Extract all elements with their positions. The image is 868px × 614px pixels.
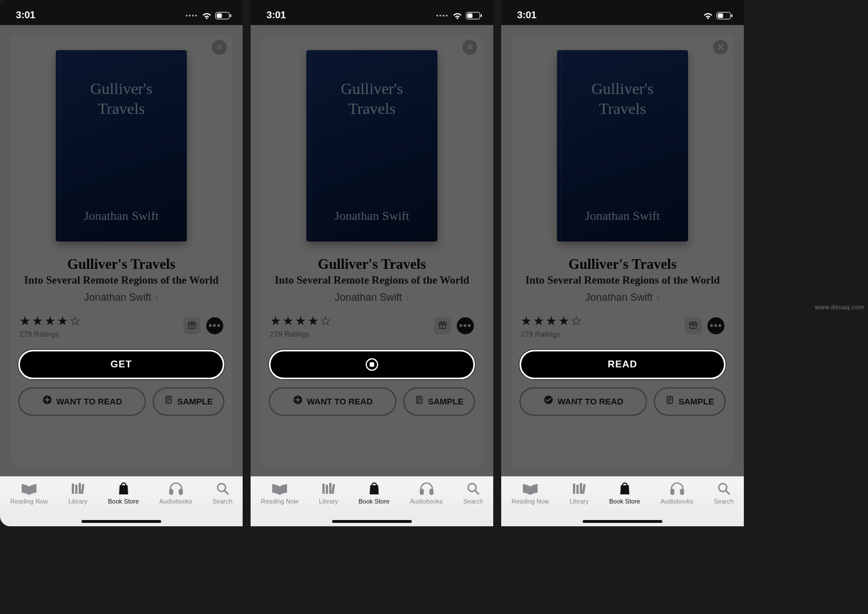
status-bar: 3:01 •••• [0,0,243,25]
reading-now-icon [21,481,38,496]
cellular-icon: •••• [436,13,449,19]
want-to-read-button[interactable]: WANT TO READ [519,387,647,416]
check-circle-icon [543,395,554,408]
svg-line-17 [224,490,228,494]
cover-title-line1: Gulliver's [65,79,178,99]
tab-book-store[interactable]: Book Store [108,481,138,505]
want-to-read-label: WANT TO READ [56,396,122,406]
gift-button[interactable] [685,317,702,334]
svg-rect-19 [468,13,473,18]
more-button[interactable]: ••• [707,317,724,334]
tab-search[interactable]: Search [212,481,232,505]
rating-stars[interactable]: ★★★★☆ [19,314,82,329]
home-indicator[interactable] [81,520,161,523]
svg-rect-1 [217,13,222,18]
tab-library[interactable]: Library [570,481,589,505]
tab-audiobooks[interactable]: Audiobooks [661,481,694,505]
tab-library[interactable]: Library [68,481,88,505]
svg-rect-10 [72,484,74,494]
svg-rect-13 [81,484,84,494]
tab-label: Library [570,498,589,505]
book-detail-card: ✕ Gulliver's Travels Jonathan Swift Gull… [261,34,483,467]
cellular-icon: •••• [186,13,198,19]
battery-icon [716,12,732,19]
book-cover[interactable]: Gulliver's Travels Jonathan Swift [56,50,187,241]
tab-book-store[interactable]: Book Store [609,481,640,505]
gift-icon [187,320,197,332]
tab-bar: Reading Now Library Book Store Audiobook… [501,476,744,526]
cover-title-line2: Travels [65,99,178,118]
author-link[interactable]: Jonathan Swift › [519,292,726,304]
audiobooks-icon [669,481,686,496]
gift-button[interactable] [434,317,451,334]
read-button[interactable]: READ [519,350,726,379]
tab-book-store[interactable]: Book Store [358,481,389,505]
tab-search[interactable]: Search [714,481,734,505]
cover-title-line2: Travels [566,99,679,118]
tab-label: Search [714,498,734,505]
cover-author: Jonathan Swift [566,208,679,224]
read-button-label: READ [608,359,637,370]
more-button[interactable]: ••• [457,317,474,334]
gift-button[interactable] [183,317,200,334]
book-cover[interactable]: Gulliver's Travels Jonathan Swift [557,50,688,241]
rating-stars[interactable]: ★★★★☆ [521,314,583,329]
next-card-peek [235,34,240,467]
author-link[interactable]: Jonathan Swift › [18,292,224,304]
tab-reading-now[interactable]: Reading Now [10,481,48,505]
close-button[interactable]: ✕ [462,40,477,55]
author-link[interactable]: Jonathan Swift › [269,292,475,304]
tab-audiobooks[interactable]: Audiobooks [410,481,443,505]
want-to-read-label: WANT TO READ [558,396,624,406]
cover-title-line2: Travels [316,99,428,118]
status-time: 3:01 [517,10,537,21]
tab-reading-now[interactable]: Reading Now [511,481,549,505]
wifi-icon [703,12,713,19]
home-indicator[interactable] [583,520,662,523]
more-button[interactable]: ••• [206,317,223,334]
book-title: Gulliver's Travels [519,256,726,272]
sample-button[interactable]: SAMPLE [654,387,726,416]
svg-rect-50 [671,489,674,494]
want-to-read-button[interactable]: WANT TO READ [18,387,146,416]
tab-bar: Reading Now Library Book Store Audiobook… [0,476,243,526]
tab-library[interactable]: Library [319,481,338,505]
sample-icon [665,395,674,408]
close-button[interactable]: ✕ [713,40,728,55]
next-card-peek [736,34,742,467]
get-button[interactable]: GET [18,350,224,379]
tab-label: Reading Now [10,498,48,505]
download-progress-button[interactable] [269,350,475,379]
book-cover[interactable]: Gulliver's Travels Jonathan Swift [306,50,437,241]
tab-reading-now[interactable]: Reading Now [261,481,298,505]
sample-button[interactable]: SAMPLE [403,387,475,416]
tab-audiobooks[interactable]: Audiobooks [159,481,193,505]
library-icon [69,481,87,496]
home-indicator[interactable] [332,520,412,523]
svg-rect-2 [230,14,231,17]
book-title: Gulliver's Travels [18,256,224,272]
cover-author: Jonathan Swift [316,208,428,224]
ratings-count: 279 Ratings [270,330,333,338]
tab-bar: Reading Now Library Book Store Audiobook… [251,476,493,526]
tab-label: Reading Now [261,498,298,505]
sample-button[interactable]: SAMPLE [153,387,224,416]
close-button[interactable]: ✕ [212,40,227,55]
search-icon [715,481,732,496]
tab-search[interactable]: Search [463,481,483,505]
ratings-count: 279 Ratings [19,330,82,338]
close-icon: ✕ [466,42,474,52]
svg-rect-32 [420,489,423,494]
search-icon [465,481,482,496]
svg-point-34 [468,484,476,492]
want-to-read-button[interactable]: WANT TO READ [269,387,396,416]
sample-icon [415,395,424,408]
tab-label: Book Store [609,498,640,505]
svg-rect-48 [580,483,582,494]
rating-stars[interactable]: ★★★★☆ [270,314,333,329]
tab-label: Search [212,498,232,505]
author-name: Jonathan Swift [84,292,152,303]
ratings-count: 279 Ratings [521,330,583,338]
content-area: ✕ Gulliver's Travels Jonathan Swift Gull… [251,25,493,476]
book-store-icon [115,481,132,496]
